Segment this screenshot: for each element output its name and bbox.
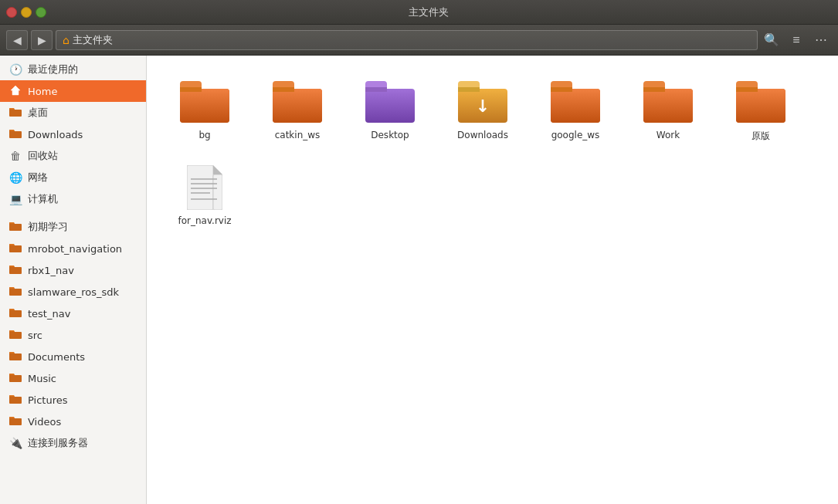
sidebar-label-src: src — [28, 330, 42, 341]
sidebar-item-testnav[interactable]: test_nav — [0, 303, 146, 324]
svg-marker-0 — [11, 86, 20, 95]
sidebar-item-downloads[interactable]: Downloads — [0, 123, 146, 145]
sidebar-item-server[interactable]: 🔌连接到服务器 — [0, 432, 146, 454]
file-item-for_nav[interactable]: for_nav.rviz — [162, 157, 247, 232]
sidebar-label-desktop: 桌面 — [28, 106, 48, 120]
file-item-bg[interactable]: bg — [162, 71, 247, 149]
sidebar-icon-server: 🔌 — [9, 437, 22, 449]
maximize-button[interactable] — [36, 7, 46, 18]
sidebar-item-desktop[interactable]: 桌面 — [0, 102, 146, 123]
file-icon-for_nav — [180, 163, 229, 212]
breadcrumb[interactable]: ⌂ 主文件夹 — [56, 30, 758, 50]
sidebar-label-rbx1nav: rbx1_nav — [28, 265, 74, 276]
forward-button[interactable]: ▶ — [31, 30, 53, 50]
file-label-yuanban: 原版 — [751, 130, 770, 143]
sidebar-icon-downloads — [9, 128, 22, 140]
svg-rect-29 — [213, 174, 222, 210]
file-icon-downloads: ↓ — [458, 77, 507, 127]
toolbar: ◀ ▶ ⌂ 主文件夹 🔍 ≡ ⋯ — [0, 25, 838, 56]
sidebar-icon-pictures — [9, 394, 22, 406]
sidebar-label-home: Home — [28, 86, 57, 97]
file-item-google_ws[interactable]: google_ws — [533, 71, 618, 149]
sidebar-label-music: Music — [28, 373, 56, 384]
svg-rect-21 — [643, 89, 693, 123]
sidebar-item-src[interactable]: src — [0, 324, 146, 346]
svg-text:↓: ↓ — [476, 96, 490, 116]
svg-rect-17 — [551, 89, 600, 123]
sidebar-label-mrobot: mrobot_navigation — [28, 243, 122, 255]
sidebar-label-testnav: test_nav — [28, 308, 70, 320]
svg-rect-28 — [187, 165, 213, 210]
grid-view-button[interactable]: ⋯ — [810, 30, 832, 50]
file-item-downloads[interactable]: ↓ Downloads — [440, 71, 525, 149]
sidebar-label-videos: Videos — [28, 416, 61, 428]
sidebar: 🕐最近使用的Home 桌面 Downloads🗑回收站🌐网络💻计算机 初期学习 … — [0, 56, 147, 504]
minimize-button[interactable] — [21, 7, 32, 18]
toolbar-actions: 🔍 ≡ ⋯ — [761, 30, 832, 50]
file-label-work: Work — [656, 130, 680, 140]
window-title: 主文件夹 — [56, 5, 801, 19]
sidebar-item-trash[interactable]: 🗑回收站 — [0, 145, 146, 167]
sidebar-item-chuqi[interactable]: 初期学习 — [0, 216, 146, 238]
main-layout: 🕐最近使用的Home 桌面 Downloads🗑回收站🌐网络💻计算机 初期学习 … — [0, 56, 838, 504]
svg-marker-30 — [213, 165, 222, 174]
svg-rect-27 — [736, 87, 758, 92]
sidebar-item-computer[interactable]: 💻计算机 — [0, 188, 146, 210]
sidebar-icon-music — [9, 372, 22, 384]
file-label-google_ws: google_ws — [551, 130, 600, 140]
sidebar-icon-slamware — [9, 286, 22, 298]
search-button[interactable]: 🔍 — [761, 30, 782, 50]
breadcrumb-text: 主文件夹 — [73, 33, 113, 47]
file-item-catkin_ws[interactable]: catkin_ws — [255, 71, 340, 149]
sidebar-item-pictures[interactable]: Pictures — [0, 389, 146, 411]
sidebar-label-server: 连接到服务器 — [28, 436, 88, 450]
svg-rect-23 — [643, 87, 665, 92]
file-item-desktop[interactable]: Desktop — [348, 71, 433, 149]
sidebar-icon-testnav — [9, 307, 22, 320]
file-item-work[interactable]: Work — [626, 71, 711, 149]
sidebar-icon-computer: 💻 — [9, 193, 22, 205]
sidebar-icon-src — [9, 329, 22, 341]
sidebar-item-mrobot[interactable]: mrobot_navigation — [0, 238, 146, 259]
svg-rect-9 — [365, 89, 415, 123]
svg-rect-14 — [458, 87, 480, 92]
sidebar-item-home[interactable]: Home — [0, 80, 146, 102]
svg-rect-25 — [736, 89, 785, 123]
sidebar-item-network[interactable]: 🌐网络 — [0, 167, 146, 188]
sidebar-label-chuqi: 初期学习 — [28, 220, 68, 234]
svg-rect-6 — [273, 89, 322, 123]
sidebar-item-recent[interactable]: 🕐最近使用的 — [0, 59, 146, 80]
svg-rect-11 — [365, 87, 387, 92]
file-label-desktop: Desktop — [371, 130, 409, 140]
sidebar-label-computer: 计算机 — [28, 192, 58, 206]
file-item-yuanban[interactable]: 原版 — [718, 71, 803, 149]
file-label-bg: bg — [198, 130, 210, 140]
sidebar-label-documents: Documents — [28, 351, 85, 363]
close-button[interactable] — [6, 7, 17, 18]
sidebar-label-downloads: Downloads — [28, 129, 83, 140]
sidebar-item-documents[interactable]: Documents — [0, 346, 146, 367]
sidebar-icon-chuqi — [9, 221, 22, 233]
sidebar-icon-desktop — [9, 107, 22, 119]
sidebar-icon-network: 🌐 — [9, 171, 22, 184]
file-area: bg catkin_ws — [147, 56, 838, 504]
sidebar-item-rbx1nav[interactable]: rbx1_nav — [0, 259, 146, 281]
file-icon-desktop — [365, 77, 415, 127]
home-icon: ⌂ — [63, 34, 70, 46]
sidebar-item-videos[interactable]: Videos — [0, 411, 146, 432]
file-icon-catkin_ws — [273, 77, 322, 127]
list-view-button[interactable]: ≡ — [785, 30, 807, 50]
sidebar-icon-rbx1nav — [9, 264, 22, 276]
sidebar-label-recent: 最近使用的 — [28, 63, 78, 76]
svg-rect-4 — [180, 87, 202, 92]
sidebar-label-pictures: Pictures — [28, 394, 67, 406]
svg-rect-19 — [551, 87, 572, 92]
svg-rect-8 — [273, 87, 294, 92]
sidebar-label-trash: 回收站 — [28, 149, 58, 163]
back-button[interactable]: ◀ — [6, 30, 28, 50]
file-grid: bg catkin_ws — [162, 71, 823, 232]
file-label-downloads: Downloads — [457, 130, 508, 140]
sidebar-item-music[interactable]: Music — [0, 367, 146, 389]
sidebar-item-slamware[interactable]: slamware_ros_sdk — [0, 281, 146, 303]
sidebar-label-network: 网络 — [28, 171, 48, 184]
